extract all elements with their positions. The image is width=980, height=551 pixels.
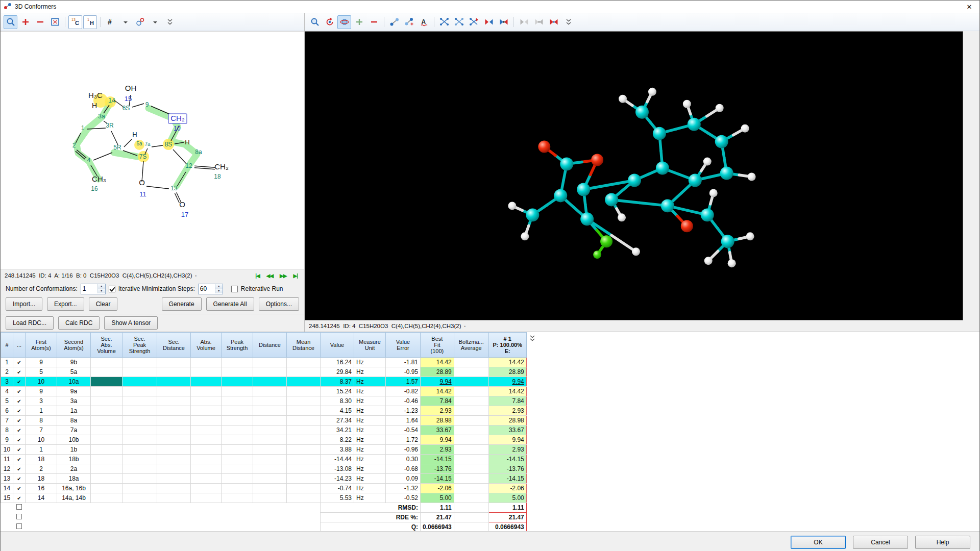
atom-3d-h[interactable] bbox=[748, 173, 756, 181]
atom-3d-c[interactable] bbox=[628, 174, 641, 187]
row-checkbox[interactable]: ✔ bbox=[13, 358, 26, 367]
column-overflow-icon[interactable] bbox=[527, 333, 537, 345]
close-button[interactable]: ✕ bbox=[960, 1, 978, 12]
atom-3d-h[interactable] bbox=[746, 232, 754, 240]
table-row[interactable]: 8✔77a34.21Hz-0.5433.6733.67 bbox=[1, 425, 527, 435]
atom-3d-c[interactable] bbox=[635, 106, 649, 119]
zoom-tool-icon[interactable] bbox=[4, 15, 17, 29]
options-button[interactable]: Options... bbox=[259, 297, 299, 311]
spin-up-icon[interactable]: ▲ bbox=[98, 284, 105, 289]
atom-3d-h[interactable] bbox=[709, 189, 718, 197]
atom-3d-c[interactable] bbox=[526, 208, 539, 221]
atom-3d-c[interactable] bbox=[605, 193, 618, 206]
row-checkbox[interactable]: ✔ bbox=[13, 474, 26, 484]
calc-rdc-button[interactable]: Calc RDC bbox=[58, 316, 100, 330]
column-header[interactable]: # bbox=[1, 333, 13, 358]
atom-3d-h[interactable] bbox=[632, 247, 640, 256]
generate-button[interactable]: Generate bbox=[162, 297, 202, 311]
atom-3d-c[interactable] bbox=[580, 212, 594, 226]
rotate-tool-3d-icon[interactable] bbox=[323, 15, 336, 29]
table-row[interactable]: 1✔99b16.24Hz-1.8114.4214.42 bbox=[1, 358, 527, 367]
table-row[interactable]: 9✔1010b8.22Hz1.729.949.94 bbox=[1, 435, 527, 445]
row-checkbox[interactable]: ✔ bbox=[13, 445, 26, 455]
atom-3d-o[interactable] bbox=[538, 141, 550, 153]
summary-checkbox[interactable] bbox=[16, 504, 22, 510]
summary-checkbox[interactable] bbox=[16, 523, 22, 529]
atom-3d-h[interactable] bbox=[741, 124, 749, 133]
row-checkbox[interactable]: ✔ bbox=[13, 406, 26, 416]
summary-checkbox-cell[interactable] bbox=[13, 522, 26, 532]
spin-down-icon[interactable]: ▼ bbox=[215, 289, 223, 293]
atom-3d-h[interactable] bbox=[648, 88, 656, 96]
structure-2d-canvas[interactable]: OH15H₃C14H3a6S9CH₂1013RH5a7a5R8SH8a27S12… bbox=[1, 32, 304, 269]
column-header[interactable]: Sec. Peak Strength bbox=[122, 333, 157, 358]
num-conformations-input[interactable] bbox=[81, 285, 97, 293]
table-row[interactable]: 11✔1818b-14.44Hz0.30-14.15-14.15 bbox=[1, 455, 527, 464]
summary-checkbox[interactable] bbox=[16, 514, 22, 519]
pick-bond-tool-icon[interactable] bbox=[402, 15, 416, 29]
row-checkbox[interactable]: ✔ bbox=[13, 387, 26, 396]
prev-conformer-button[interactable]: ◀◀ bbox=[264, 272, 276, 280]
measure-dihedral-icon[interactable] bbox=[467, 15, 481, 29]
column-header[interactable]: Sec. Distance bbox=[157, 333, 191, 358]
next-conformer-button[interactable]: ▶▶ bbox=[277, 272, 289, 280]
table-row[interactable]: 12✔22a-13.08Hz-0.68-13.76-13.76 bbox=[1, 464, 527, 474]
carbon-13-labels-icon[interactable]: 13C bbox=[68, 15, 82, 29]
last-conformer-button[interactable]: ▶| bbox=[291, 272, 301, 280]
atom-3d-h[interactable] bbox=[728, 259, 736, 267]
pick-atom-tool-icon[interactable] bbox=[387, 15, 401, 29]
row-checkbox[interactable]: ✔ bbox=[13, 484, 26, 493]
table-row[interactable]: 2✔55a29.84Hz-0.9528.8928.89 bbox=[1, 367, 527, 377]
proton-labels-icon[interactable]: 1H bbox=[83, 15, 97, 29]
measure-distance-icon[interactable] bbox=[437, 15, 451, 29]
row-checkbox[interactable]: ✔ bbox=[13, 396, 26, 406]
row-checkbox[interactable]: ✔ bbox=[13, 425, 26, 435]
row-checkbox[interactable]: ✔ bbox=[13, 435, 26, 445]
column-header[interactable]: Best Fit (100) bbox=[421, 333, 454, 358]
column-header[interactable]: Value bbox=[321, 333, 354, 358]
table-row[interactable]: 6✔11a4.15Hz-1.232.932.93 bbox=[1, 406, 527, 416]
table-row[interactable]: 5✔33a8.30Hz-0.467.847.84 bbox=[1, 396, 527, 406]
constrain-angle-icon[interactable] bbox=[497, 15, 510, 29]
row-checkbox[interactable]: ✔ bbox=[13, 464, 26, 474]
load-rdc-button[interactable]: Load RDC... bbox=[6, 316, 54, 330]
generate-all-button[interactable]: Generate All bbox=[206, 297, 254, 311]
atom-3d-c[interactable] bbox=[688, 118, 701, 131]
apply-constraints-icon[interactable] bbox=[547, 15, 560, 29]
first-conformer-button[interactable]: |◀ bbox=[253, 272, 262, 280]
table-row[interactable]: 15✔1414a, 14b5.53Hz-0.525.005.00 bbox=[1, 493, 527, 503]
atom-3d-h[interactable] bbox=[703, 158, 712, 166]
atom-3d-c[interactable] bbox=[689, 174, 702, 187]
column-header[interactable]: Second Atom(s) bbox=[57, 333, 91, 358]
reiterative-run-checkbox[interactable] bbox=[231, 286, 238, 292]
constraint-list-disabled-icon[interactable] bbox=[517, 15, 531, 29]
zoom-in-icon[interactable] bbox=[18, 15, 32, 29]
atom-3d-c[interactable] bbox=[715, 135, 728, 148]
atom-3d-c[interactable] bbox=[577, 183, 590, 196]
atom-3d-g[interactable] bbox=[593, 251, 601, 259]
atom-3d-h[interactable] bbox=[521, 232, 529, 240]
table-row[interactable]: 4✔99a15.24Hz-0.8214.4214.42 bbox=[1, 387, 527, 396]
summary-checkbox-cell[interactable] bbox=[13, 513, 26, 522]
atom-3d-c[interactable] bbox=[701, 208, 714, 221]
atom-numbers-icon[interactable]: # bbox=[104, 15, 117, 29]
zoom-out-3d-icon[interactable] bbox=[367, 15, 381, 29]
export-button[interactable]: Export... bbox=[47, 297, 84, 311]
help-button[interactable]: Help bbox=[915, 536, 970, 549]
atom-3d-h[interactable] bbox=[704, 257, 713, 265]
column-header[interactable]: Measure Unit bbox=[354, 333, 386, 358]
molecule-3d-view[interactable] bbox=[305, 31, 963, 320]
row-checkbox[interactable]: ✔ bbox=[13, 493, 26, 503]
atom-numbers-dropdown-icon[interactable] bbox=[118, 15, 132, 29]
column-header[interactable]: Peak Strength bbox=[222, 333, 253, 358]
atom-3d-c[interactable] bbox=[661, 199, 674, 212]
measure-angle-icon[interactable] bbox=[452, 15, 466, 29]
atom-label-tool-icon[interactable]: A bbox=[417, 15, 431, 29]
column-header[interactable]: Sec. Abs. Volume bbox=[91, 333, 122, 358]
column-header[interactable]: ... bbox=[13, 333, 26, 358]
atom-3d-c[interactable] bbox=[554, 189, 567, 202]
spin-down-icon[interactable]: ▼ bbox=[98, 289, 105, 293]
optimize-constraints-disabled-icon[interactable] bbox=[532, 15, 546, 29]
iterative-steps-input[interactable] bbox=[199, 285, 215, 293]
ok-button[interactable]: OK bbox=[791, 536, 846, 549]
